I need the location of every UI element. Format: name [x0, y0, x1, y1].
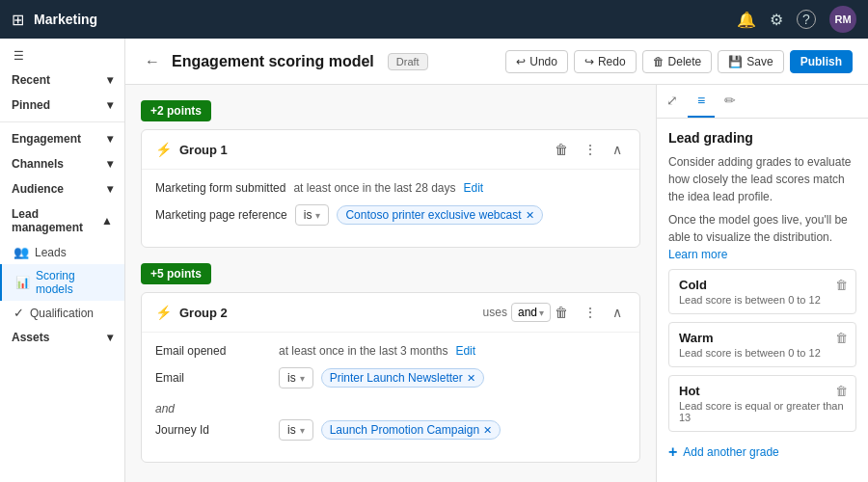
group2-uses-select[interactable]: and ▾ — [511, 303, 551, 322]
settings-icon[interactable]: ⚙ — [770, 11, 783, 29]
group2-delete-button[interactable]: 🗑 — [551, 303, 572, 322]
right-panel-desc1: Consider adding grades to evaluate how c… — [668, 153, 856, 205]
group2-journey-operator-arrow: ▾ — [300, 425, 305, 436]
grade-cold-delete-button[interactable]: 🗑 — [835, 278, 848, 292]
delete-label: Delete — [668, 55, 702, 68]
redo-label: Redo — [598, 55, 626, 68]
sidebar-label-audience: Audience — [12, 182, 64, 196]
sidebar: ☰ Recent ▾ Pinned ▾ Engagement ▾ Channel… — [0, 39, 125, 482]
leads-icon: 👥 — [14, 245, 29, 259]
sidebar-heading-audience[interactable]: Audience ▾ — [0, 176, 124, 201]
tab-list[interactable]: ≡ — [688, 85, 715, 118]
group2-email-tag-close[interactable]: ✕ — [467, 372, 475, 385]
grade-warm-delete-button[interactable]: 🗑 — [835, 331, 848, 345]
sidebar-menu-toggle[interactable]: ☰ — [0, 44, 124, 67]
undo-icon: ↩ — [516, 55, 526, 68]
group1-points-badge: +2 points — [141, 100, 211, 121]
group1-tag-chip: Contoso printer exclusive webcast ✕ — [337, 205, 542, 225]
sidebar-section-lead-management: Lead management ▲ 👥 Leads 📊 Scoring mode… — [0, 201, 124, 325]
undo-button[interactable]: ↩ Undo — [505, 50, 568, 73]
save-label: Save — [746, 55, 773, 68]
layout: ☰ Recent ▾ Pinned ▾ Engagement ▾ Channel… — [0, 39, 868, 482]
grade-cold-range: Lead score is between 0 to 12 — [679, 294, 846, 306]
sidebar-heading-recent[interactable]: Recent ▾ — [0, 67, 124, 93]
learn-more-link[interactable]: Learn more — [668, 248, 727, 261]
sidebar-heading-engagement[interactable]: Engagement ▾ — [0, 126, 124, 151]
grid-icon[interactable]: ⊞ — [12, 11, 24, 29]
group2-uses-arrow: ▾ — [539, 308, 544, 318]
grade-cold-card: Cold Lead score is between 0 to 12 🗑 — [668, 269, 856, 314]
sidebar-label-assets: Assets — [12, 331, 49, 344]
sidebar-label-lead-management: Lead management — [12, 207, 101, 234]
sidebar-item-qualification[interactable]: ✓ Qualification — [0, 301, 124, 325]
grade-cold-name: Cold — [679, 278, 846, 292]
group1-field-row: Marketing page reference is ▾ Contoso pr… — [155, 204, 626, 226]
group1-field-label: Marketing page reference — [155, 208, 287, 222]
grade-warm-card: Warm Lead score is between 0 to 12 🗑 — [668, 322, 856, 367]
bell-icon[interactable]: 🔔 — [737, 11, 756, 29]
qualification-icon: ✓ — [14, 306, 24, 320]
avatar[interactable]: RM — [829, 6, 856, 33]
group1-tag-label: Contoso printer exclusive webcast — [345, 208, 521, 222]
group2-condition-row: Email opened at least once in the last 3… — [155, 344, 626, 358]
add-grade-button[interactable]: + Add another grade — [668, 440, 779, 465]
group2-icon: ⚡ — [155, 305, 172, 320]
group2-journey-tag-chip: Launch Promotion Campaign ✕ — [321, 420, 501, 440]
back-button[interactable]: ← — [141, 49, 164, 74]
group1-condition-row: Marketing form submitted at least once i… — [155, 181, 626, 195]
sidebar-heading-channels[interactable]: Channels ▾ — [0, 151, 124, 176]
content-area: +2 points ⚡ Group 1 🗑 ⋮ ∧ Marketing fo — [125, 85, 868, 482]
toolbar: ← Engagement scoring model Draft ↩ Undo … — [125, 39, 868, 85]
redo-button[interactable]: ↪ Redo — [574, 50, 637, 73]
group2-condition-label: Email opened — [155, 344, 271, 358]
group2-edit-link[interactable]: Edit — [455, 344, 475, 358]
sidebar-label-leads: Leads — [35, 246, 67, 259]
group1-actions: 🗑 ⋮ ∧ — [551, 140, 626, 159]
group1-title: Group 1 — [179, 143, 551, 157]
sidebar-heading-pinned[interactable]: Pinned ▾ — [0, 93, 124, 118]
sidebar-label-engagement: Engagement — [12, 132, 81, 146]
chevron-pinned: ▾ — [107, 98, 113, 112]
sidebar-label-qualification: Qualification — [30, 307, 94, 320]
grade-hot-card: Hot Lead score is equal or greater than … — [668, 375, 856, 432]
top-nav-icons: 🔔 ⚙ ? RM — [737, 6, 856, 33]
chevron-channels: ▾ — [107, 157, 113, 171]
create-bar: Create new group ◻ people with a specifi… — [141, 478, 640, 482]
group2-email-operator-select[interactable]: is ▾ — [279, 367, 313, 388]
tab-expand[interactable]: ⤢ — [657, 85, 688, 118]
chevron-audience: ▾ — [107, 182, 113, 196]
sidebar-heading-assets[interactable]: Assets ▾ — [0, 325, 124, 350]
sidebar-item-scoring-models[interactable]: 📊 Scoring models — [0, 264, 124, 301]
group2-uses-label: uses — [483, 306, 507, 319]
group1-operator-select[interactable]: is ▾ — [295, 204, 330, 226]
group2-journey-operator-select[interactable]: is ▾ — [279, 419, 313, 441]
tab-edit[interactable]: ✏ — [715, 85, 746, 118]
sidebar-heading-lead-management[interactable]: Lead management ▲ — [0, 201, 124, 240]
group2-journey-tag-close[interactable]: ✕ — [483, 424, 492, 437]
group2-actions: 🗑 ⋮ ∧ — [551, 303, 626, 322]
publish-button[interactable]: Publish — [790, 50, 853, 73]
group1-edit-link[interactable]: Edit — [464, 181, 484, 195]
grade-hot-name: Hot — [679, 384, 846, 398]
group2-email-row: Email is ▾ Printer Launch Newsletter ✕ — [155, 367, 626, 388]
group2-collapse-button[interactable]: ∧ — [609, 303, 626, 322]
group1-tag-close[interactable]: ✕ — [526, 209, 534, 222]
grade-hot-range: Lead score is equal or greater than 13 — [679, 400, 846, 423]
group1-delete-button[interactable]: 🗑 — [551, 140, 572, 159]
group1-collapse-button[interactable]: ∧ — [609, 140, 626, 159]
group2-email-operator-arrow: ▾ — [300, 373, 305, 384]
sidebar-item-leads[interactable]: 👥 Leads — [0, 240, 124, 264]
group2-journey-operator-value: is — [287, 423, 296, 437]
save-button[interactable]: 💾 Save — [718, 50, 783, 73]
group1-condition-label: Marketing form submitted — [155, 181, 285, 195]
group1-more-button[interactable]: ⋮ — [580, 140, 601, 159]
group2-more-button[interactable]: ⋮ — [580, 303, 601, 322]
delete-icon: 🗑 — [653, 55, 665, 68]
add-grade-label: Add another grade — [683, 445, 778, 459]
status-badge: Draft — [388, 53, 428, 70]
sidebar-label-recent: Recent — [12, 73, 50, 87]
help-icon[interactable]: ? — [797, 10, 816, 29]
delete-button[interactable]: 🗑 Delete — [642, 50, 713, 73]
grade-hot-delete-button[interactable]: 🗑 — [835, 384, 848, 398]
group2-body: Email opened at least once in the last 3… — [142, 333, 639, 462]
